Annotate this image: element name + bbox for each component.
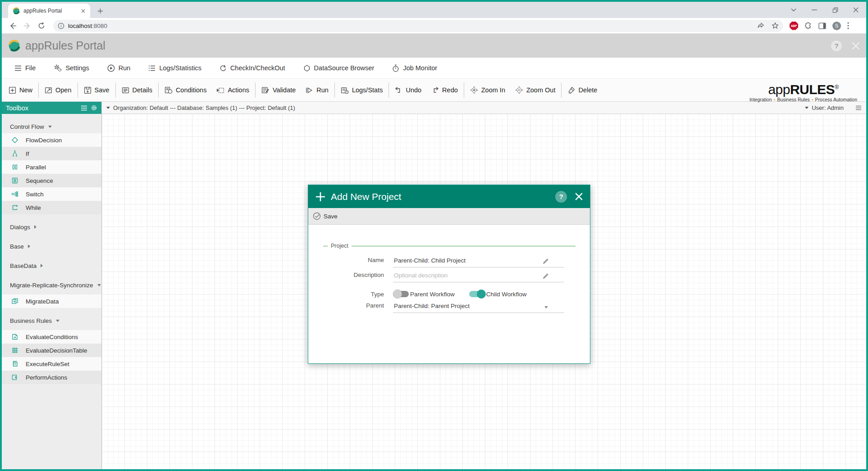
menu-checkin-checkout[interactable]: CheckIn/CheckOut [210, 58, 294, 78]
edit-pencil-icon[interactable] [542, 258, 549, 265]
toolbox-menu-icon[interactable] [81, 105, 87, 111]
play-circle-icon [107, 64, 115, 72]
context-text[interactable]: Organization: Default --- Database: Samp… [113, 104, 295, 111]
zoom-out-button[interactable]: Zoom Out [510, 79, 560, 101]
dialog-header: Add New Project ? [308, 185, 590, 208]
favicon-globe-icon [13, 7, 20, 14]
toolbox-category-base[interactable]: Base [2, 240, 101, 253]
name-field-wrap [393, 256, 564, 267]
validate-button[interactable]: Validate [256, 79, 301, 101]
toolbox-item-executeruleset[interactable]: ExecuteRuleSet [2, 357, 101, 371]
profile-avatar[interactable]: S [832, 22, 841, 30]
dialog-save-button[interactable]: Save [324, 213, 338, 220]
toolbox-item-evaluateconditions[interactable]: EvaluateConditions [2, 330, 101, 344]
run-button[interactable]: Run [301, 79, 333, 101]
toolbox-item-migratedata[interactable]: MigrateData [2, 294, 101, 308]
dialog-help-icon[interactable]: ? [555, 191, 567, 203]
menu-job-monitor[interactable]: Job Monitor [383, 58, 446, 78]
back-icon[interactable] [6, 19, 19, 32]
details-button[interactable]: Details [117, 79, 157, 101]
chevron-right-icon [28, 245, 30, 248]
evaluateconditions-icon [11, 333, 18, 340]
restore-button[interactable] [825, 2, 845, 18]
dialog-toolbar: Save [308, 208, 590, 225]
sequence-icon [11, 177, 18, 184]
save-button[interactable]: Save [79, 79, 114, 101]
side-panel-icon[interactable] [818, 23, 826, 29]
dialog-close-icon[interactable] [575, 193, 583, 200]
zoom-in-button[interactable]: Zoom In [465, 79, 510, 101]
flowdecision-icon [11, 136, 18, 144]
reload-icon[interactable] [35, 19, 48, 32]
list-icon [148, 65, 155, 71]
tab-search-chevron-icon[interactable] [783, 2, 804, 18]
menu-file[interactable]: File [5, 58, 45, 78]
menu-run[interactable]: Run [98, 58, 140, 78]
brand-tagline: IntegrationBusiness RulesProcess Automat… [749, 97, 857, 102]
toolbox-item-flowdecision[interactable]: FlowDecision [2, 133, 101, 147]
undo-button[interactable]: Undo [390, 79, 426, 101]
toolbox-gear-icon[interactable] [91, 104, 97, 111]
menu-logs-statistics[interactable]: Logs/Statistics [139, 58, 210, 78]
name-input[interactable] [393, 257, 564, 267]
menu-settings[interactable]: Settings [45, 58, 98, 78]
app-help-icon[interactable]: ? [831, 41, 842, 51]
toolbox-item-performactions[interactable]: PerformActions [2, 371, 101, 384]
parent-label: Parent [308, 302, 384, 313]
toolbox-category-control-flow[interactable]: Control Flow [2, 120, 101, 133]
toolbox-item-while[interactable]: While [2, 201, 101, 214]
conditions-button[interactable]: Conditions [160, 79, 212, 101]
forward-icon[interactable] [21, 19, 33, 32]
open-button[interactable]: Open [40, 79, 76, 101]
zoom-in-icon [470, 86, 478, 94]
toolbox-item-sequence[interactable]: Sequence [2, 174, 101, 187]
menu-datasource-browser[interactable]: DataSource Browser [294, 58, 384, 78]
chevron-down-icon[interactable] [805, 107, 809, 109]
url-bar[interactable]: localhost:8080 [53, 20, 783, 32]
share-icon[interactable] [757, 22, 764, 29]
gears-icon [54, 64, 62, 72]
toolbox-category-migrate-replicate-synchronize[interactable]: Migrate-Replicate-Synchronize [2, 278, 101, 292]
description-input[interactable] [393, 272, 564, 282]
while-icon [11, 204, 18, 211]
hamburger-icon [14, 65, 22, 71]
user-label[interactable]: User: Admin [812, 104, 844, 111]
parent-select[interactable]: Parent-Child: Parent Project [393, 303, 564, 313]
page-info-icon[interactable] [58, 23, 64, 29]
description-field-wrap [393, 271, 564, 282]
extensions-puzzle-icon[interactable] [804, 22, 812, 30]
type-label: Type [308, 291, 384, 298]
new-button[interactable]: New [4, 79, 37, 101]
toolbox-item-evaluatedecisiontable[interactable]: EvaluateDecisionTable [2, 344, 101, 357]
edit-pencil-icon[interactable] [542, 273, 549, 280]
open-icon [45, 86, 52, 94]
browser-menu-dots-icon[interactable] [847, 22, 849, 29]
bookmark-star-icon[interactable] [772, 22, 779, 29]
adblock-extension-icon[interactable]: ABP [790, 22, 798, 30]
chevron-down-icon[interactable] [106, 107, 110, 109]
toolbox-category-business-rules[interactable]: Business Rules [2, 314, 101, 327]
browser-tab[interactable]: appRules Portal [8, 4, 90, 18]
project-section-divider: Project [323, 246, 576, 246]
toolbox-item-switch[interactable]: Switch [2, 187, 101, 201]
parent-workflow-toggle[interactable] [393, 290, 409, 299]
toolbox-item-parallel[interactable]: Parallel [2, 160, 101, 174]
child-workflow-toggle[interactable] [469, 290, 485, 299]
delete-button[interactable]: Delete [562, 79, 602, 101]
toolbox-category-dialogs[interactable]: Dialogs [2, 220, 101, 234]
toolbox-header: Toolbox [2, 102, 101, 114]
toolbar: New Open Save Details Conditions Actions [2, 78, 866, 102]
close-window-button[interactable] [845, 2, 866, 18]
app-close-icon[interactable] [852, 42, 860, 50]
url-text[interactable]: localhost:8080 [68, 23, 757, 29]
toolbox-item-if[interactable]: If [2, 147, 101, 160]
actions-button[interactable]: Actions [211, 79, 254, 101]
new-tab-button[interactable] [94, 5, 106, 17]
redo-button[interactable]: Redo [426, 79, 463, 101]
minimize-button[interactable] [804, 2, 825, 18]
tab-close-icon[interactable] [79, 7, 87, 14]
delete-icon [567, 86, 575, 94]
logs-stats-button[interactable]: Logs/Stats [336, 79, 388, 101]
toolbox-category-basedata[interactable]: BaseData [2, 259, 101, 272]
status-menu-icon[interactable] [855, 105, 862, 110]
